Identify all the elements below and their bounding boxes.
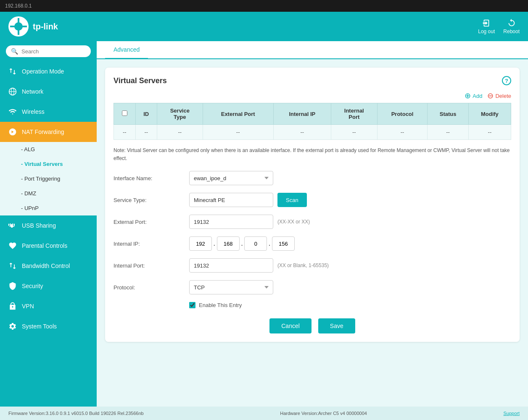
panel-header: Virtual Servers ? xyxy=(114,76,511,85)
bandwidth-control-icon xyxy=(8,262,17,270)
sidebar-label-network: Network xyxy=(22,88,43,95)
sidebar-label-system-tools: System Tools xyxy=(22,323,57,330)
sidebar-item-network[interactable]: Network xyxy=(0,81,97,102)
service-type-row: Service Type: Scan xyxy=(114,193,511,207)
network-icon xyxy=(8,87,17,96)
note-text: Note: Virtual Server can be configured o… xyxy=(114,147,511,163)
table-row: -- -- -- -- -- -- -- -- -- xyxy=(114,125,511,140)
scan-button[interactable]: Scan xyxy=(277,193,307,207)
enable-entry-label: Enable This Entry xyxy=(199,302,242,308)
main-layout: 🔍 Operation Mode Network Wireless NAT Fo… xyxy=(0,41,528,407)
sidebar-sub-port-triggering[interactable]: - Port Triggering xyxy=(0,171,97,186)
top-bar: 192.168.0.1 xyxy=(0,0,528,12)
external-port-input[interactable] xyxy=(189,215,273,229)
panel-title: Virtual Servers xyxy=(114,76,167,85)
cancel-button[interactable]: Cancel xyxy=(269,318,312,333)
internal-ip-row: Internal IP: . . . xyxy=(114,236,511,251)
operation-mode-icon xyxy=(8,67,17,76)
external-port-hint: (XX-XX or XX) xyxy=(277,219,310,225)
ip-address: 192.168.0.1 xyxy=(5,3,32,9)
interface-name-select[interactable]: ewan_ipoe_d xyxy=(189,171,273,185)
svg-rect-3 xyxy=(18,26,19,35)
service-type-label: Service Type: xyxy=(114,197,189,203)
sidebar-label-parental-controls: Parental Controls xyxy=(22,242,67,249)
delete-button[interactable]: ⊖ Delete xyxy=(487,92,511,100)
tp-link-logo-icon xyxy=(8,16,29,37)
hardware-version: Hardware Version:Archer C5 v4 00000004 xyxy=(280,411,367,416)
svg-rect-5 xyxy=(18,26,27,27)
sidebar-item-vpn[interactable]: VPN xyxy=(0,296,97,316)
enable-entry-checkbox[interactable] xyxy=(189,302,195,308)
internal-port-label: Internal Port: xyxy=(114,262,189,269)
sidebar-item-nat-forwarding[interactable]: NAT Forwarding xyxy=(0,122,97,142)
virtual-servers-panel: Virtual Servers ? ⊕ Add ⊖ Delete xyxy=(105,68,520,342)
ip-octet-2[interactable] xyxy=(217,236,240,251)
virtual-servers-table: ID ServiceType External Port Internal IP… xyxy=(114,103,511,140)
sidebar-item-bandwidth-control[interactable]: Bandwidth Control xyxy=(0,256,97,276)
logo-text: tp-link xyxy=(33,22,58,32)
sidebar-item-parental-controls[interactable]: Parental Controls xyxy=(0,236,97,256)
service-type-input[interactable] xyxy=(189,193,273,207)
internal-ip-label: Internal IP: xyxy=(114,241,189,247)
content-area: Advanced Virtual Servers ? ⊕ Add ⊖ xyxy=(97,41,528,407)
save-button[interactable]: Save xyxy=(318,318,355,333)
tab-bar: Advanced xyxy=(97,41,528,59)
internal-port-row: Internal Port: (XX or Blank, 1-65535) xyxy=(114,258,511,273)
logo-area: tp-link xyxy=(8,16,58,37)
sidebar-item-operation-mode[interactable]: Operation Mode xyxy=(0,61,97,81)
enable-entry-row: Enable This Entry xyxy=(114,302,511,308)
tab-advanced[interactable]: Advanced xyxy=(105,41,148,59)
reboot-button[interactable]: Reboot xyxy=(503,18,520,34)
svg-rect-2 xyxy=(18,18,19,26)
delete-icon: ⊖ xyxy=(487,92,494,100)
logout-button[interactable]: Log out xyxy=(478,18,495,34)
col-id: ID xyxy=(135,103,157,125)
system-tools-icon xyxy=(8,322,17,331)
search-icon: 🔍 xyxy=(11,48,18,55)
footer: Firmware Version:3.16.0 0.9.1 v6015.0 Bu… xyxy=(0,407,528,420)
ip-octet-3[interactable] xyxy=(244,236,267,251)
col-status: Status xyxy=(428,103,468,125)
search-box[interactable]: 🔍 xyxy=(6,45,91,57)
interface-name-row: Interface Name: ewan_ipoe_d xyxy=(114,171,511,185)
sidebar-sub-virtual-servers[interactable]: - Virtual Servers xyxy=(0,157,97,171)
header-actions: Log out Reboot xyxy=(478,18,520,34)
col-service-type: ServiceType xyxy=(157,103,203,125)
col-protocol: Protocol xyxy=(377,103,428,125)
sidebar-label-bandwidth-control: Bandwidth Control xyxy=(22,262,70,269)
sidebar-sub-alg[interactable]: - ALG xyxy=(0,142,97,157)
internal-port-input[interactable] xyxy=(189,258,273,273)
external-port-label: External Port: xyxy=(114,219,189,225)
sidebar: 🔍 Operation Mode Network Wireless NAT Fo… xyxy=(0,41,97,407)
security-icon xyxy=(8,282,17,290)
col-internal-ip: Internal IP xyxy=(273,103,331,125)
sidebar-sub-dmz[interactable]: - DMZ xyxy=(0,186,97,201)
help-icon[interactable]: ? xyxy=(502,76,511,85)
ip-octet-4[interactable] xyxy=(272,236,295,251)
sidebar-label-operation-mode: Operation Mode xyxy=(22,68,64,75)
col-modify: Modify xyxy=(468,103,511,125)
add-button[interactable]: ⊕ Add xyxy=(465,92,482,100)
wireless-icon xyxy=(8,108,17,116)
ip-group: . . . xyxy=(189,236,295,251)
col-external-port: External Port xyxy=(203,103,273,125)
sidebar-item-system-tools[interactable]: System Tools xyxy=(0,316,97,336)
external-port-control: (XX-XX or XX) xyxy=(189,215,511,229)
firmware-version: Firmware Version:3.16.0 0.9.1 v6015.0 Bu… xyxy=(8,411,144,416)
protocol-label: Protocol: xyxy=(114,284,189,291)
logout-icon xyxy=(482,18,491,28)
sidebar-label-wireless: Wireless xyxy=(22,108,45,115)
sidebar-item-wireless[interactable]: Wireless xyxy=(0,102,97,122)
sidebar-item-usb-sharing[interactable]: USB Sharing xyxy=(0,215,97,236)
col-internal-port: InternalPort xyxy=(331,103,377,125)
support-link[interactable]: Support xyxy=(503,411,520,416)
select-all-checkbox[interactable] xyxy=(122,110,127,116)
protocol-select[interactable]: TCP UDP TCP/UDP xyxy=(189,280,273,294)
sidebar-label-vpn: VPN xyxy=(22,303,34,310)
usb-sharing-icon xyxy=(8,221,17,230)
search-input[interactable] xyxy=(21,48,86,55)
sidebar-item-security[interactable]: Security xyxy=(0,276,97,296)
header: tp-link Log out Reboot xyxy=(0,12,528,41)
sidebar-sub-upnp[interactable]: - UPnP xyxy=(0,201,97,215)
ip-octet-1[interactable] xyxy=(189,236,212,251)
